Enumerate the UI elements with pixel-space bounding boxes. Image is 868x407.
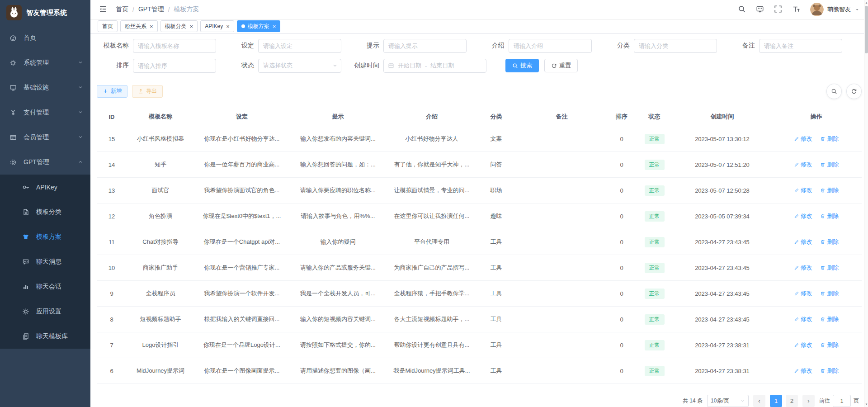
search-icon[interactable] (738, 5, 747, 14)
font-size-icon[interactable] (792, 5, 801, 14)
page-number-button[interactable]: 1 (770, 395, 782, 407)
scrollbar-thumb[interactable] (865, 6, 868, 53)
reset-button[interactable]: 重置 (544, 59, 578, 72)
cell-status: 正常 (635, 178, 674, 204)
page-number-button[interactable]: 2 (786, 395, 798, 407)
filter-field: 备注 (723, 39, 848, 53)
export-button[interactable]: 导出 (132, 85, 163, 98)
cell-prompt: 输入你的短视频内容关键词... (289, 307, 387, 332)
end-date-placeholder: 结束日期 (430, 62, 454, 70)
sidebar-item[interactable]: 会员管理 (0, 125, 90, 150)
delete-button[interactable]: 删除 (820, 186, 839, 194)
sidebar-item-label: GPT管理 (24, 158, 49, 166)
created-field: 创建时间 开始日期 - 结束日期 (347, 59, 486, 73)
delete-button[interactable]: 删除 (820, 238, 839, 246)
status-select[interactable]: 请选择状态 (258, 59, 341, 73)
tab[interactable]: 模板分类 × (160, 20, 198, 32)
filter-input[interactable] (759, 39, 842, 53)
scroll-up-arrow[interactable]: ▲ (864, 0, 868, 5)
delete-button[interactable]: 删除 (820, 289, 839, 298)
main-area: 首页 / GPT管理 / 模板方案 萌熊智友 (90, 0, 868, 407)
sidebar-item[interactable]: APIKey (0, 175, 90, 199)
cell-status: 正常 (635, 152, 674, 178)
breadcrumb-item[interactable]: 首页 (116, 5, 128, 14)
tab[interactable]: APIKey × (200, 20, 234, 32)
edit-button[interactable]: 修改 (794, 186, 812, 194)
breadcrumb-item[interactable]: 模板方案 (174, 5, 199, 14)
sidebar-item[interactable]: 模板方案 (0, 224, 90, 249)
close-icon[interactable]: × (273, 24, 276, 29)
cell-category: 工具 (477, 229, 515, 255)
filter-input[interactable] (133, 39, 216, 53)
cell-intro: 我是MidJourney提示词工具... (387, 358, 477, 384)
cell-setting: 我希望你扮演面试官的角色... (194, 178, 289, 204)
add-button[interactable]: 新增 (97, 85, 127, 98)
edit-button[interactable]: 修改 (794, 367, 812, 375)
menu-fold-icon[interactable] (99, 5, 108, 14)
sidebar-item[interactable]: 聊天模板库 (0, 324, 90, 349)
filter-input[interactable] (383, 39, 467, 53)
user-menu[interactable]: 萌熊智友 (810, 3, 860, 16)
delete-button[interactable]: 删除 (820, 264, 839, 272)
sidebar-item[interactable]: GPT管理 (0, 150, 90, 175)
sidebar-item[interactable]: 系统管理 (0, 50, 90, 75)
edit-button[interactable]: 修改 (794, 341, 812, 349)
sidebar-item[interactable]: 基础设施 (0, 75, 90, 100)
filter-input[interactable] (258, 39, 341, 53)
close-icon[interactable]: × (150, 24, 153, 29)
edit-button[interactable]: 修改 (794, 238, 812, 246)
breadcrumb-item[interactable]: GPT管理 (138, 5, 164, 14)
app-logo-image (6, 5, 22, 20)
toggle-search-button[interactable] (826, 84, 842, 99)
close-icon[interactable]: × (190, 24, 193, 29)
sidebar-item[interactable]: 聊天会话 (0, 274, 90, 299)
status-badge: 正常 (645, 160, 665, 170)
tab[interactable]: 粉丝关系 × (120, 20, 158, 32)
refresh-table-button[interactable] (846, 84, 862, 99)
pagination: 共 14 条 10条/页 ‹ 1 2 › 前往 页 (97, 395, 862, 407)
scroll-down-arrow[interactable]: ▼ (864, 402, 868, 407)
sidebar-item[interactable]: 模板分类 (0, 199, 90, 224)
scrollbar[interactable]: ▲ ▼ (864, 0, 868, 407)
fullscreen-icon[interactable] (774, 5, 783, 14)
edit-button[interactable]: 修改 (794, 161, 812, 169)
cell-prompt: 请输入故事与角色，用%%... (289, 204, 387, 229)
sidebar-item[interactable]: 首页 (0, 25, 90, 50)
tab[interactable]: 模板方案 × (237, 20, 281, 32)
delete-button[interactable]: 删除 (820, 315, 839, 323)
dashboard-icon (9, 34, 17, 42)
sidebar-menu: 首页 系统管理 基础设施 支付管理 (0, 25, 90, 349)
page-jump-input[interactable] (833, 395, 851, 407)
filter-input[interactable] (509, 39, 592, 53)
edit-button[interactable]: 修改 (794, 289, 812, 298)
cell-remark (515, 255, 608, 281)
sidebar-item[interactable]: 聊天消息 (0, 249, 90, 274)
sidebar-item[interactable]: 应用设置 (0, 299, 90, 324)
filter-input[interactable] (634, 39, 717, 53)
table-row: 8 短视频标题助手 根据我输入的关键词直接回... 输入你的短视频内容关键词..… (97, 307, 862, 332)
edit-icon (794, 368, 799, 374)
search-button[interactable]: 搜索 (505, 59, 539, 72)
next-page-button[interactable]: › (802, 395, 815, 407)
page-size-select[interactable]: 10条/页 (707, 395, 749, 407)
table-row: 12 角色扮演 你现在是$text0中的$text1，... 请输入故事与角色，… (97, 204, 862, 229)
message-icon[interactable] (756, 5, 765, 14)
delete-button[interactable]: 删除 (820, 341, 839, 349)
plus-icon (103, 88, 108, 94)
chevron-down-icon (78, 59, 83, 66)
delete-button[interactable]: 删除 (820, 212, 839, 220)
delete-button[interactable]: 删除 (820, 135, 839, 143)
tab[interactable]: 首页 (98, 20, 118, 32)
prev-page-button[interactable]: ‹ (753, 395, 765, 407)
sidebar-item[interactable]: 支付管理 (0, 100, 90, 125)
table-row: 11 Chat对接指导 你现在是一个Chatgpt api对... 输入你的疑问… (97, 229, 862, 255)
close-icon[interactable]: × (226, 24, 230, 29)
date-range-picker[interactable]: 开始日期 - 结束日期 (383, 59, 486, 73)
edit-button[interactable]: 修改 (794, 212, 812, 220)
edit-button[interactable]: 修改 (794, 264, 812, 272)
edit-button[interactable]: 修改 (794, 135, 812, 143)
delete-button[interactable]: 删除 (820, 161, 839, 169)
edit-button[interactable]: 修改 (794, 315, 812, 323)
sort-input[interactable] (133, 59, 216, 73)
delete-button[interactable]: 删除 (820, 367, 839, 375)
